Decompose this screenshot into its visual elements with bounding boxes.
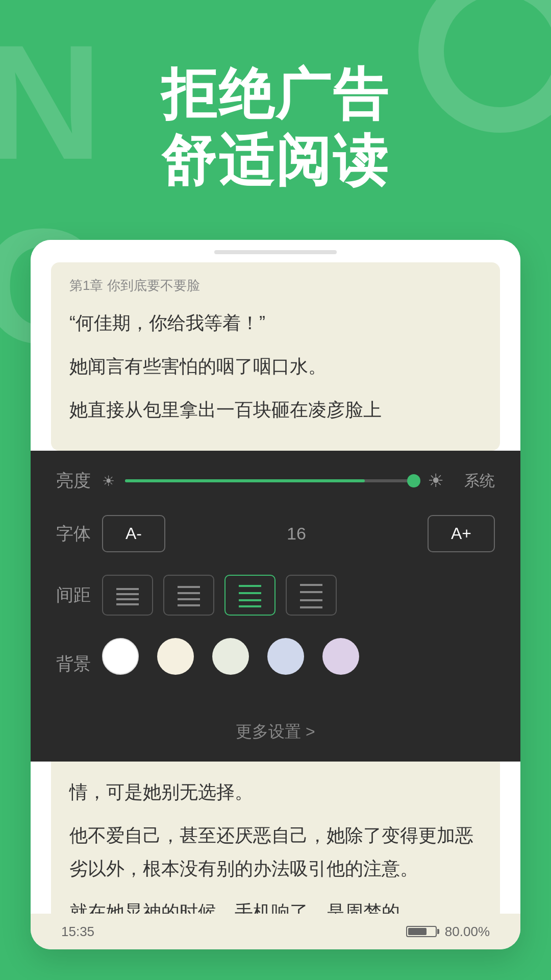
battery-tip: [437, 929, 439, 934]
settings-panel: 亮度 ☀ ☀ 系统 字体 A- 16 A+ 间距: [31, 451, 520, 762]
bg-warm[interactable]: [157, 638, 194, 675]
battery-percent: 80.00%: [445, 924, 490, 940]
sun-bright-icon: ☀: [428, 470, 444, 492]
brightness-thumb[interactable]: [407, 474, 420, 487]
bg-green-tint[interactable]: [212, 638, 249, 675]
status-time: 15:35: [61, 924, 94, 940]
hero-title: 拒绝广告 舒适阅读: [0, 61, 551, 193]
brightness-fill: [125, 479, 365, 482]
battery-fill: [408, 928, 427, 935]
spacing-medium-button[interactable]: [224, 575, 276, 616]
sun-dim-icon: ☀: [102, 473, 115, 489]
more-settings-text[interactable]: 更多设置 >: [236, 722, 315, 741]
font-size-value: 16: [165, 524, 428, 544]
spacing-tight-button[interactable]: [102, 575, 153, 616]
font-decrease-button[interactable]: A-: [102, 515, 165, 552]
spacing-row: 间距: [56, 575, 495, 616]
brightness-track[interactable]: [125, 479, 417, 482]
font-label: 字体: [56, 522, 102, 546]
bg-label: 背景: [56, 652, 102, 676]
reading-text-bottom: 情，可是她别无选择。 他不爱自己，甚至还厌恶自己，她除了变得更加恶劣以外，根本没…: [69, 776, 482, 928]
spacing-wide-button[interactable]: [286, 575, 337, 616]
bg-color-row: 背景: [56, 638, 495, 690]
bg-white[interactable]: [102, 638, 139, 675]
reading-area-top: 第1章 你到底要不要脸 “何佳期，你给我等着！” 她闻言有些害怕的咽了咽口水。 …: [51, 262, 500, 451]
main-card: 第1章 你到底要不要脸 “何佳期，你给我等着！” 她闻言有些害怕的咽了咽口水。 …: [31, 240, 520, 949]
bg-color-options: [102, 638, 359, 675]
font-row: 字体 A- 16 A+: [56, 515, 495, 552]
chapter-title: 第1章 你到底要不要脸: [69, 277, 482, 295]
spacing-label: 间距: [56, 583, 102, 607]
phone-top-bar: [31, 240, 520, 262]
brightness-row: 亮度 ☀ ☀ 系统: [56, 469, 495, 493]
sys-label: 系统: [464, 471, 495, 492]
spacing-medium-tight-button[interactable]: [163, 575, 214, 616]
brightness-control[interactable]: ☀ ☀ 系统: [102, 470, 495, 492]
bg-purple-tint[interactable]: [322, 638, 359, 675]
battery-icon: [406, 926, 437, 937]
hero-section: 拒绝广告 舒适阅读: [0, 61, 551, 193]
status-bar-bottom: 15:35 80.00%: [31, 914, 520, 949]
more-settings[interactable]: 更多设置 >: [56, 713, 495, 743]
battery-area: 80.00%: [406, 924, 490, 940]
brightness-label: 亮度: [56, 469, 102, 493]
font-increase-button[interactable]: A+: [428, 515, 495, 552]
bg-blue-tint[interactable]: [267, 638, 304, 675]
reading-text-top: “何佳期，你给我等着！” 她闻言有些害怕的咽了咽口水。 她直接从包里拿出一百块砸…: [69, 307, 482, 426]
phone-notch: [214, 250, 337, 254]
